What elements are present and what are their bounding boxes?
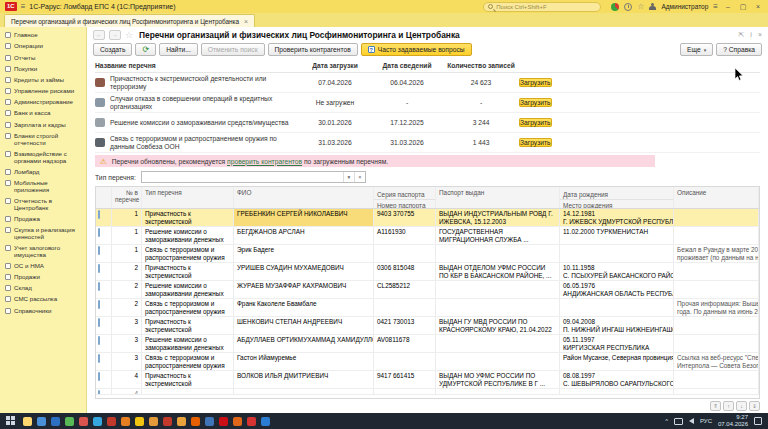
sidebar-item[interactable]: СМС рассылка — [2, 294, 86, 305]
scroll-button[interactable]: ↑ — [723, 401, 734, 411]
settings-menu-icon[interactable]: ≡ — [713, 3, 718, 11]
rdp-icon[interactable] — [205, 417, 214, 426]
yandex-browser-icon[interactable] — [247, 417, 256, 426]
add-favorite-icon[interactable]: ☆ — [125, 31, 133, 40]
col-number[interactable]: № в перечне — [112, 187, 142, 208]
col-fio[interactable]: ФИО — [234, 187, 374, 208]
form-close-icon[interactable]: × — [758, 31, 762, 39]
faq-button[interactable]: ? Часто задаваемые вопросы — [361, 43, 472, 56]
form-info-icon[interactable]: i — [750, 31, 752, 39]
edge-icon[interactable] — [261, 417, 270, 426]
sidebar-item[interactable]: Управление рисками — [2, 86, 86, 97]
app-orange-icon[interactable] — [121, 417, 130, 426]
network-icon[interactable] — [674, 418, 683, 425]
telegram-icon[interactable] — [93, 417, 102, 426]
person-row[interactable]: 2 Связь с терроризмом и распространением… — [96, 299, 759, 317]
load-button[interactable]: Загрузить — [519, 138, 552, 147]
firefox-icon[interactable] — [191, 417, 200, 426]
scroll-button[interactable]: ⇑ — [710, 401, 721, 411]
global-search-input[interactable]: Поиск Ctrl+Shift+F — [483, 2, 601, 12]
sidebar-item[interactable]: Продажи — [2, 272, 86, 283]
person-row[interactable]: 4 Причастность к экстремистской деятельн… — [96, 371, 759, 389]
sidebar-item[interactable]: Администрирование — [2, 97, 86, 108]
sidebar-item[interactable]: Ломбард — [2, 166, 86, 177]
person-row[interactable]: 2 Причастность к экстремистской деятельн… — [96, 263, 759, 281]
notification-center-icon[interactable] — [754, 417, 762, 425]
person-row[interactable]: 1 Причастность к экстремистской деятельн… — [96, 209, 759, 227]
language-indicator[interactable]: РУС — [700, 418, 712, 424]
list-row[interactable]: Связь с терроризмом и распространением о… — [95, 133, 760, 153]
person-row[interactable]: 3 Связь с терроризмом и распространением… — [96, 353, 759, 371]
scroll-button[interactable]: ↓ — [736, 401, 747, 411]
acrobat-icon[interactable] — [163, 417, 172, 426]
sidebar-item[interactable]: Зарплата и кадры — [2, 119, 86, 130]
sidebar-item[interactable]: Бланки строгой отчетности — [2, 131, 86, 149]
cancel-search-button[interactable]: Отменить поиск — [201, 43, 265, 56]
list-row[interactable]: Причастность к экстремистской деятельнос… — [95, 73, 760, 93]
service-status-icon[interactable] — [611, 3, 619, 11]
opera-icon[interactable] — [219, 417, 228, 426]
minimize-button[interactable]: – — [723, 3, 733, 10]
sidebar-item[interactable]: Скупка и реализация ценностей — [2, 225, 86, 243]
tray-expand-icon[interactable]: ^ — [665, 418, 668, 424]
clear-filter-icon[interactable]: × — [354, 172, 365, 182]
start-button[interactable] — [6, 416, 18, 426]
refresh-button[interactable]: ⟳ — [135, 43, 156, 56]
help-button[interactable]: ? Справка — [716, 43, 762, 56]
person-row[interactable]: 1 Решение комиссии о замораживании денеж… — [96, 227, 759, 245]
sidebar-item[interactable]: Покупки — [2, 64, 86, 75]
load-button[interactable]: Загрузить — [519, 98, 552, 107]
person-row[interactable]: 2 Решение комиссии о замораживании денеж… — [96, 281, 759, 299]
person-row[interactable]: 1 Связь с терроризмом и распространением… — [96, 245, 759, 263]
main-menu-icon[interactable]: ≡ — [21, 3, 26, 11]
volume-icon[interactable] — [689, 418, 694, 424]
sidebar-item[interactable]: Склад — [2, 283, 86, 294]
folder-orange-icon[interactable] — [149, 417, 158, 426]
col-passport[interactable]: Серия паспорта Номер паспорта — [374, 187, 436, 208]
dropdown-icon[interactable]: ▾ — [343, 172, 354, 182]
find-button[interactable]: Найти... — [159, 43, 198, 56]
globe-icon[interactable] — [107, 417, 116, 426]
sidebar-item[interactable]: Взаимодействие с органами надзора — [2, 149, 86, 167]
sidebar-item[interactable]: Продажа — [2, 214, 86, 225]
sidebar-item[interactable]: Справочники — [2, 305, 86, 316]
tab-lists[interactable]: Перечни организаций и физических лиц Рос… — [4, 14, 255, 27]
user-name[interactable]: Администратор — [661, 3, 708, 10]
sidebar-item[interactable]: Операции — [2, 41, 86, 52]
person-row[interactable]: 4 … … — [96, 389, 759, 395]
favorites-icon[interactable]: ☆ — [637, 3, 644, 11]
more-button[interactable]: Еще▾ — [680, 43, 713, 56]
load-button[interactable]: Загрузить — [519, 78, 552, 87]
list-type-filter-input[interactable]: ▾ × — [141, 171, 366, 183]
history-icon[interactable] — [624, 3, 632, 11]
scroll-button[interactable]: ⇓ — [749, 401, 760, 411]
sidebar-item[interactable]: Главное — [2, 30, 86, 41]
file-explorer-icon[interactable] — [23, 417, 32, 426]
col-info-date[interactable]: Дата сведений — [371, 62, 443, 69]
forward-button[interactable]: → — [109, 30, 121, 40]
resize-form-icon[interactable]: ⇱ — [738, 31, 744, 39]
mail-icon[interactable] — [135, 417, 144, 426]
col-list-type[interactable]: Тип перечня — [142, 187, 234, 208]
sidebar-item[interactable]: Банк и касса — [2, 108, 86, 119]
check-counterparties-button[interactable]: Проверить контрагентов — [268, 43, 358, 56]
create-button[interactable]: Создать — [93, 43, 132, 56]
person-row[interactable]: 3 Решение комиссии о замораживании денеж… — [96, 335, 759, 353]
pin-icon[interactable] — [79, 417, 88, 426]
photos-icon[interactable] — [65, 417, 74, 426]
chrome-icon[interactable] — [177, 417, 186, 426]
check-counterparties-link[interactable]: проверить контрагентов — [227, 158, 302, 165]
sidebar-item[interactable]: Кредиты и займы — [2, 75, 86, 86]
load-button[interactable]: Загрузить — [519, 118, 552, 127]
sidebar-item[interactable]: Мобильные приложения — [2, 178, 86, 196]
list-row[interactable]: Решение комиссии о замораживании средств… — [95, 113, 760, 133]
back-button[interactable]: ← — [93, 30, 105, 40]
col-list-name[interactable]: Название перечня — [95, 62, 299, 69]
col-record-count[interactable]: Количество записей — [443, 62, 519, 69]
person-row[interactable]: 3 Причастность к экстремистской деятельн… — [96, 317, 759, 335]
clock[interactable]: 9:27 07.04.2026 — [718, 414, 748, 428]
app-window-icon[interactable] — [37, 417, 46, 426]
sidebar-item[interactable]: Отчетность в Центробанк — [2, 196, 86, 214]
close-button[interactable]: × — [753, 3, 763, 10]
sidebar-item[interactable]: Отчеты — [2, 52, 86, 63]
